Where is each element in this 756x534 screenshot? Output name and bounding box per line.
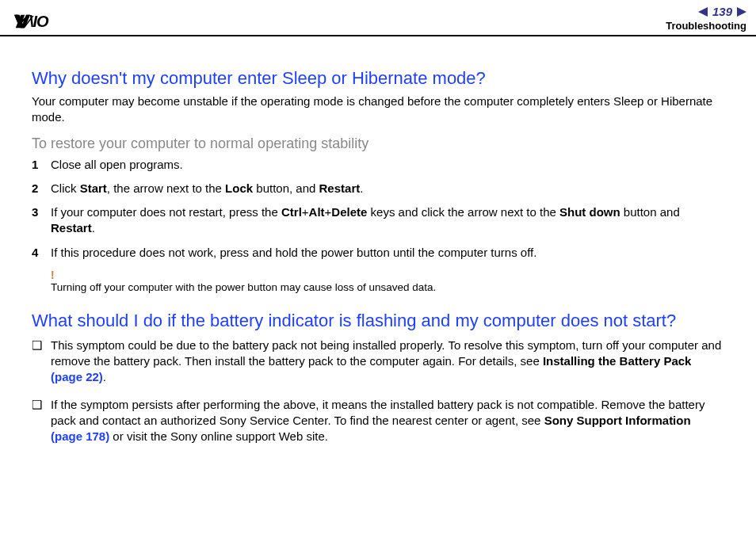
page-header: ✓⁄\IO 139 Troubleshooting	[0, 0, 756, 36]
step-item: 4If this procedure does not work, press …	[32, 245, 724, 261]
nav-prev-icon[interactable]	[698, 7, 708, 17]
step-number: 2	[32, 181, 51, 196]
warning-note: ! Turning off your computer with the pow…	[51, 269, 724, 293]
step-text: If this procedure does not work, press a…	[51, 245, 724, 261]
step-number: 1	[32, 157, 51, 173]
bullet-text: This symptom could be due to the battery…	[51, 338, 724, 386]
bullet-list: ❑This symptom could be due to the batter…	[32, 338, 724, 445]
step-number: 3	[32, 204, 51, 237]
vaio-logo: ✓⁄\IO	[14, 13, 94, 30]
page-nav: 139	[666, 5, 746, 18]
step-item: 1Close all open programs.	[32, 157, 724, 173]
svg-text:✓⁄\IO: ✓⁄\IO	[14, 13, 49, 30]
step-text: Click Start, the arrow next to the Lock …	[51, 181, 724, 196]
bullet-item: ❑If the symptom persists after performin…	[32, 397, 724, 445]
subheading: To restore your computer to normal opera…	[32, 135, 724, 152]
step-number: 4	[32, 245, 51, 261]
step-item: 3If your computer does not restart, pres…	[32, 204, 724, 237]
warning-icon: !	[51, 269, 724, 281]
step-text: Close all open programs.	[51, 157, 724, 173]
bullet-mark: ❑	[32, 338, 51, 386]
warning-text: Turning off your computer with the power…	[51, 281, 724, 293]
bullet-item: ❑This symptom could be due to the batter…	[32, 338, 724, 386]
nav-next-icon[interactable]	[737, 7, 746, 17]
page-content: Why doesn't my computer enter Sleep or H…	[0, 36, 756, 444]
breadcrumb: Troubleshooting	[666, 20, 746, 32]
intro-paragraph: Your computer may become unstable if the…	[32, 93, 724, 126]
page-number: 139	[711, 5, 734, 18]
question-heading-1: Why doesn't my computer enter Sleep or H…	[32, 68, 724, 89]
step-item: 2Click Start, the arrow next to the Lock…	[32, 181, 724, 196]
question-heading-2: What should I do if the battery indicato…	[32, 311, 724, 331]
bullet-mark: ❑	[32, 397, 51, 445]
bullet-text: If the symptom persists after performing…	[51, 397, 724, 445]
steps-list: 1Close all open programs.2Click Start, t…	[32, 157, 724, 261]
step-text: If your computer does not restart, press…	[51, 204, 724, 237]
